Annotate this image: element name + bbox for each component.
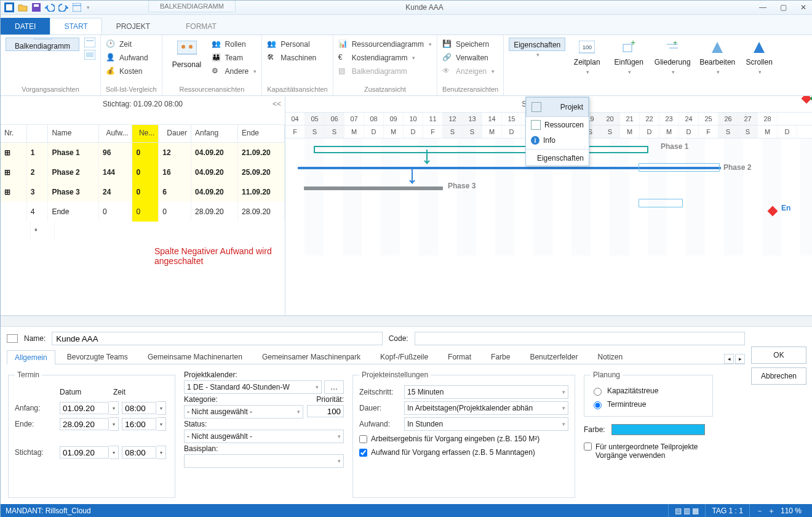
- group-ressourcenansichten: Ressourcenansichten: [167, 84, 257, 94]
- name-input[interactable]: [52, 332, 382, 345]
- table-row[interactable]: ⊞2Phase 214401604.09.2025.09.20: [1, 162, 285, 182]
- anfang-date-input[interactable]: [60, 402, 109, 414]
- itab-machinenarten[interactable]: Gemeinsame Machinenarten: [140, 350, 250, 364]
- itab-notizen[interactable]: Notizen: [589, 350, 631, 364]
- status-tag[interactable]: TAG 1 : 1: [705, 504, 749, 517]
- layout-icon[interactable]: [72, 2, 82, 12]
- ende-date-input[interactable]: [60, 418, 109, 430]
- bar-phase3[interactable]: [304, 186, 443, 190]
- tab-file[interactable]: DATEI: [1, 18, 50, 34]
- scrollen-button[interactable]: Scrollen▾: [740, 38, 778, 78]
- balkendiagramm-button[interactable]: Balkendiagramm: [6, 38, 79, 51]
- abbrechen-button[interactable]: Abbrechen: [751, 367, 806, 385]
- dauer-select[interactable]: In Arbeitstagen(Projektkalender abhän▾: [404, 401, 568, 415]
- verwalten-button[interactable]: 🔗Verwalten: [442, 51, 495, 65]
- speichern-button[interactable]: 💾Speichern: [442, 38, 495, 51]
- aufwand-erfassen-checkbox[interactable]: Aufwand für Vorgang erfassen (z.B. 5 Man…: [359, 446, 568, 459]
- ressourcendiagramm-button[interactable]: 📊Ressourcendiagramm▾: [338, 38, 432, 51]
- redo-icon[interactable]: [58, 2, 68, 12]
- ok-button[interactable]: OK: [751, 347, 806, 364]
- bar-phase1[interactable]: [314, 146, 648, 153]
- collapse-button[interactable]: <<: [273, 100, 281, 108]
- status-mandant: MANDANT: Rillsoft_Cloud: [6, 507, 91, 515]
- milestone-ende[interactable]: [768, 206, 778, 217]
- gliederung-button[interactable]: +Gliederung▾: [650, 38, 695, 78]
- zeitplan-button[interactable]: 100Zeitplan▾: [567, 38, 607, 78]
- status-zoom[interactable]: － ＋ 110 %: [749, 504, 808, 517]
- zeitschritt-select[interactable]: 15 Minuten▾: [404, 385, 568, 399]
- status-view-icons[interactable]: ▤ ▥ ▦: [668, 504, 706, 517]
- andere-button[interactable]: ⚙Andere▾: [212, 65, 257, 78]
- tab-prev[interactable]: ◂: [724, 354, 734, 364]
- stichtag-date-input[interactable]: [60, 446, 109, 459]
- zeit-button[interactable]: 🕑Zeit: [106, 38, 148, 51]
- stichtag-time-input[interactable]: [122, 446, 156, 459]
- kosten-button[interactable]: 💰Kosten: [106, 65, 148, 78]
- eigenschaften-button[interactable]: Eigenschaften▾: [509, 38, 565, 51]
- eigenschaften-dropdown[interactable]: Projekt Ressourcen iInfo Eigenschaften: [525, 97, 589, 166]
- kap-personal-button[interactable]: 👥Personal: [267, 38, 316, 51]
- termintreue-radio[interactable]: Termintreue: [591, 398, 706, 411]
- rollen-button[interactable]: 👥Rollen: [212, 38, 257, 51]
- machine-icon: 🛠: [267, 53, 277, 63]
- menu-eigenschaften[interactable]: Eigenschaften: [526, 151, 589, 166]
- minimize-icon[interactable]: —: [759, 3, 766, 12]
- table-row[interactable]: ⊞3Phase 3240604.09.2011.09.20: [1, 182, 285, 202]
- status-select[interactable]: - Nicht ausgewählt -▾: [184, 430, 344, 443]
- menu-ressourcen[interactable]: Ressourcen: [526, 117, 589, 133]
- itab-format[interactable]: Format: [440, 350, 479, 364]
- annotation-text: Spalte Negativer Aufwand wird angeschalt…: [1, 241, 285, 266]
- code-label: Code:: [389, 334, 408, 343]
- itab-farbe[interactable]: Farbe: [483, 350, 518, 364]
- farbe-swatch[interactable]: [611, 424, 705, 435]
- bearbeiten-button[interactable]: Bearbeiten▾: [696, 38, 739, 78]
- itab-benutzer[interactable]: Benutzerfelder: [522, 350, 586, 364]
- itab-allgemein[interactable]: Allgemein: [7, 350, 55, 364]
- prioritat-input[interactable]: [307, 405, 344, 417]
- disk-icon: 💾: [442, 39, 452, 49]
- new-row[interactable]: *: [1, 222, 285, 241]
- euro-icon: €: [338, 53, 348, 63]
- ende-time-input[interactable]: [122, 418, 156, 430]
- menu-info[interactable]: iInfo: [526, 133, 589, 148]
- projektkalender-select[interactable]: 1 DE - Standard 40-Stunden-W▾: [184, 380, 322, 394]
- aufwand-button[interactable]: 👤Aufwand: [106, 51, 148, 65]
- table-row[interactable]: 4Ende00028.09.2028.09.20: [1, 202, 285, 222]
- einfugen-button[interactable]: +Einfügen▾: [608, 38, 649, 78]
- tab-start[interactable]: START: [50, 18, 102, 34]
- tab-format[interactable]: FORMAT: [172, 18, 231, 34]
- view-small-1-icon[interactable]: [84, 38, 95, 47]
- kostendiagramm-button[interactable]: €Kostendiagramm▾: [338, 51, 432, 65]
- code-input[interactable]: [415, 332, 745, 345]
- kap-maschinen-button[interactable]: 🛠Maschinen: [267, 51, 316, 65]
- arbeitsergebnis-checkbox[interactable]: Arbeitsergebnis für Vorgang eingeben (z.…: [359, 432, 568, 446]
- table-header: Nr. Name Aufw... Ne... Dauer Anfang Ende: [1, 124, 285, 143]
- itab-teams[interactable]: Bevorzugte Teams: [59, 350, 136, 364]
- anfang-time-input[interactable]: [122, 402, 156, 414]
- svg-rect-10: [84, 38, 95, 47]
- open-icon[interactable]: [18, 2, 28, 12]
- personal-button[interactable]: Personal: [167, 38, 207, 78]
- projektkalender-more[interactable]: …: [324, 380, 344, 394]
- people-icon: 👥: [267, 39, 277, 49]
- svg-point-16: [189, 45, 193, 49]
- teilprojekte-checkbox[interactable]: Für untergeordnete Teilprojekte Vorgänge…: [584, 443, 713, 460]
- table-row[interactable]: ⊞1Phase 19601204.09.2021.09.20: [1, 143, 285, 162]
- undo-icon[interactable]: [45, 2, 55, 12]
- kategorie-select[interactable]: - Nicht ausgewählt -▾: [184, 405, 303, 419]
- horizontal-scrollbar[interactable]: [1, 316, 812, 326]
- close-icon[interactable]: ✕: [800, 3, 806, 12]
- kapazitatstreue-radio[interactable]: Kapazitätstreue: [591, 384, 706, 398]
- view-small-2-icon[interactable]: [84, 50, 95, 60]
- maximize-icon[interactable]: ▢: [780, 3, 787, 12]
- tab-next[interactable]: ▸: [735, 354, 745, 364]
- group-benutzeransichten: Benutzeransichten: [442, 84, 498, 94]
- basisplan-select[interactable]: ▾: [184, 454, 344, 468]
- itab-maschinenpark[interactable]: Gemeinsamer Maschinenpark: [254, 350, 368, 364]
- tab-projekt[interactable]: PROJEKT: [102, 18, 164, 34]
- itab-kopf[interactable]: Kopf-/Fußzeile: [372, 350, 436, 364]
- team-button[interactable]: 👪Team: [212, 51, 257, 65]
- save-icon[interactable]: [31, 2, 41, 12]
- menu-projekt[interactable]: Projekt: [526, 97, 589, 117]
- aufwand-select[interactable]: In Stunden▾: [404, 417, 568, 431]
